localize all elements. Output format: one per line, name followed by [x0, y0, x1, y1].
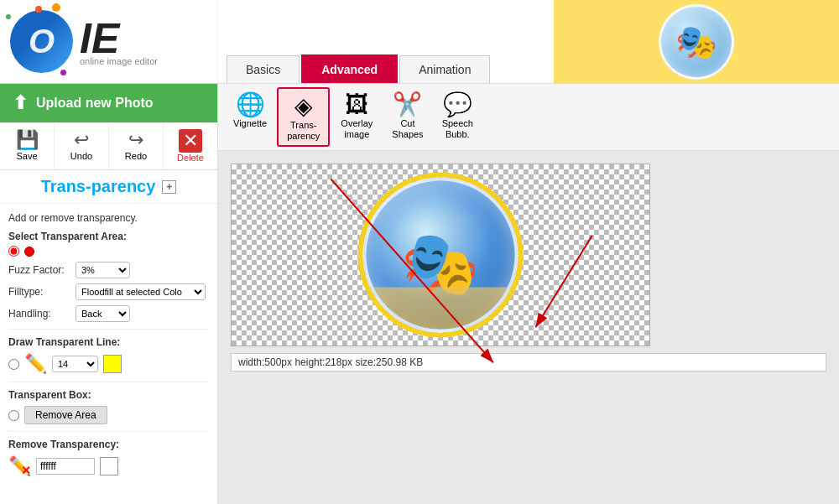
tab-animation[interactable]: Animation — [399, 55, 490, 83]
logo-ie-text: IE — [80, 18, 119, 60]
tool-cut[interactable]: ✂️ CutShapes — [383, 87, 431, 147]
box-radio[interactable] — [8, 410, 19, 421]
canvas-checkered[interactable]: 🎭 — [231, 164, 650, 346]
draw-radio[interactable] — [8, 359, 19, 370]
logo-subtitle: online image editor — [80, 56, 158, 66]
draw-size-select[interactable]: 14 8 12 16 — [52, 356, 98, 372]
handling-row: Handling: Back Front — [8, 305, 209, 322]
canvas-image: 🎭 — [363, 178, 519, 333]
character-circle-canvas: 🎭 — [363, 178, 519, 333]
overlay-icon: 🖼 — [345, 91, 368, 118]
undo-button[interactable]: ↩ Undo — [55, 122, 109, 169]
content-area: 🌐 Vignette ◈ Trans-parency 🖼 Overlayimag… — [218, 84, 839, 504]
filltype-row: Filltype: Floodfill at selected Colo — [8, 283, 209, 300]
logo-text: IE online image editor — [80, 18, 158, 66]
upload-label: Upload new Photo — [36, 96, 154, 111]
tab-basics[interactable]: Basics — [227, 55, 300, 83]
redo-button[interactable]: ↪ Redo — [109, 122, 164, 169]
speech-icon: 💬 — [443, 91, 472, 118]
hex-input[interactable] — [36, 458, 95, 475]
remove-trans-section: Remove Transparency: ✏️✕ — [8, 431, 209, 477]
remove-trans-icon: ✏️✕ — [8, 455, 31, 477]
canvas-wrapper: 🎭 width:500px height:218px size:250.98 K… — [218, 151, 839, 504]
select-area-section: Select Transparent Area: — [8, 231, 209, 257]
tool-transparency[interactable]: ◈ Trans-parency — [277, 87, 330, 147]
red-dot — [24, 247, 34, 257]
draw-label: Draw Transparent Line: — [8, 336, 209, 348]
tab-advanced[interactable]: Advanced — [301, 55, 398, 83]
upload-button[interactable]: ⬆ Upload new Photo — [0, 84, 217, 122]
tool-speech[interactable]: 💬 SpeechBubb. — [434, 87, 482, 147]
redo-icon: ↪ — [128, 129, 143, 151]
panel-body: Add or remove transparency. Select Trans… — [0, 204, 217, 486]
select-area-radio[interactable] — [8, 246, 19, 257]
hex-color-swatch[interactable] — [100, 457, 118, 475]
remove-area-button[interactable]: Remove Area — [24, 406, 107, 424]
draw-pencil-icon: ✏️ — [24, 353, 47, 375]
draw-section: Draw Transparent Line: ✏️ 14 8 12 16 — [8, 329, 209, 375]
handling-select[interactable]: Back Front — [76, 305, 130, 322]
sidebar: ⬆ Upload new Photo 💾 Save ↩ Undo ↪ Redo — [0, 84, 218, 504]
save-icon: 💾 — [16, 129, 39, 151]
remove-trans-label: Remove Transparency: — [8, 439, 209, 450]
edit-toolbar: 💾 Save ↩ Undo ↪ Redo ✕ Delete — [0, 122, 217, 170]
tool-vignette[interactable]: 🌐 Vignette — [225, 87, 275, 147]
panel-description: Add or remove transparency. — [8, 212, 209, 224]
top-preview: 🎭 — [554, 0, 839, 83]
top-character-circle: 🎭 — [659, 4, 734, 80]
upload-icon: ⬆ — [13, 92, 28, 114]
image-info: width:500px height:218px size:250.98 KB — [231, 353, 826, 372]
undo-icon: ↩ — [74, 129, 89, 151]
box-section: Transparent Box: Remove Area — [8, 382, 209, 424]
draw-color-swatch[interactable] — [103, 355, 122, 373]
panel-expand-icon[interactable]: + — [162, 180, 176, 194]
select-area-label: Select Transparent Area: — [8, 231, 209, 242]
panel-title: Trans-parency + — [0, 170, 217, 204]
box-label: Transparent Box: — [8, 389, 209, 401]
fuzz-factor-row: Fuzz Factor: 3% 5% 10% — [8, 262, 209, 278]
canvas-container: 🎭 — [231, 164, 826, 346]
logo-o: O — [29, 23, 55, 60]
tool-icons-row: 🌐 Vignette ◈ Trans-parency 🖼 Overlayimag… — [218, 84, 839, 151]
delete-icon: ✕ — [179, 129, 202, 153]
handling-label: Handling: — [8, 308, 76, 320]
vignette-icon: 🌐 — [236, 91, 265, 118]
cut-icon: ✂️ — [393, 91, 422, 118]
logo-area: O IE online image editor — [0, 0, 218, 83]
tool-overlay[interactable]: 🖼 Overlayimage — [331, 87, 382, 147]
delete-button[interactable]: ✕ Delete — [164, 122, 217, 169]
fuzz-label: Fuzz Factor: — [8, 264, 76, 276]
filltype-label: Filltype: — [8, 286, 76, 298]
save-button[interactable]: 💾 Save — [0, 122, 55, 169]
filltype-select[interactable]: Floodfill at selected Colo — [76, 283, 206, 300]
fuzz-select[interactable]: 3% 5% 10% — [76, 262, 130, 278]
transparency-icon: ◈ — [294, 92, 313, 120]
